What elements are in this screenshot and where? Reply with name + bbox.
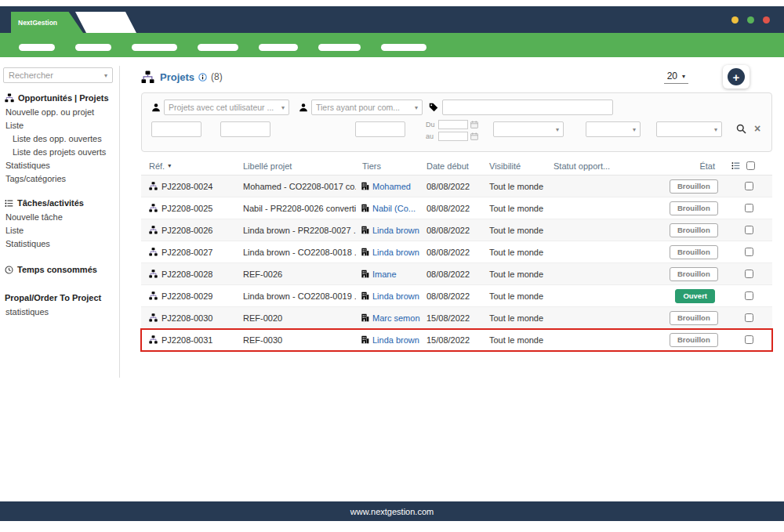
project-icon <box>149 291 158 300</box>
col-actions <box>726 161 772 170</box>
footer-link[interactable]: www.nextgestion.com <box>350 507 434 516</box>
table-row[interactable]: PJ2208-0024 Mohamed - CO2208-0017 co... … <box>141 176 772 197</box>
window-dot-green[interactable] <box>747 16 754 24</box>
thirdparty-link[interactable]: Linda brown <box>372 335 419 345</box>
search-icon[interactable] <box>736 124 746 134</box>
sidebar-item-liste-projets-ouverts[interactable]: Liste des projets ouverts <box>3 145 119 158</box>
ref-filter-input[interactable] <box>151 121 201 137</box>
sidebar-item-nouvelle-tache[interactable]: Nouvelle tâche <box>3 210 119 223</box>
col-libelle-projet[interactable]: Libellé projet <box>237 161 356 171</box>
project-ref-link[interactable]: PJ2208-0029 <box>162 291 212 301</box>
thirdparty-icon <box>361 313 369 322</box>
thirdparty-filter-value: Tiers ayant pour com... <box>316 103 400 112</box>
project-ref-link[interactable]: PJ2208-0028 <box>162 270 212 279</box>
select-all-checkbox[interactable] <box>746 161 755 170</box>
thirdparty-link[interactable]: Imane <box>372 270 397 279</box>
tag-filter-input[interactable] <box>442 100 613 115</box>
date-debut-value: 08/08/2022 <box>420 182 483 191</box>
sidebar-section-temps-consommes[interactable]: Temps consommés <box>3 262 119 277</box>
sidebar-item-tags-categories[interactable]: Tags/catégories <box>3 172 119 185</box>
table-row[interactable]: PJ2208-0026 Linda brown - PR2208-0027 ..… <box>141 219 772 241</box>
row-checkbox[interactable] <box>745 270 753 278</box>
menu-item-placeholder[interactable] <box>259 44 298 51</box>
window-dot-red[interactable] <box>763 16 770 24</box>
row-checkbox[interactable] <box>745 226 753 234</box>
sidebar-section-taches-activites[interactable]: Tâches/activités <box>3 196 119 210</box>
table-row[interactable]: PJ2208-0030 REF-0020 Marc semon 15/08/20… <box>141 307 772 329</box>
row-checkbox[interactable] <box>745 182 753 190</box>
date-from-input[interactable] <box>438 120 468 129</box>
visibility-filter-select[interactable]: ▾ <box>493 121 564 137</box>
col-statut-opport[interactable]: Statut opport... <box>547 161 663 171</box>
thirdparty-link[interactable]: Linda brown <box>372 248 419 257</box>
brand-logo[interactable]: NextGestion <box>11 12 83 33</box>
project-ref-link[interactable]: PJ2208-0030 <box>162 313 212 323</box>
col-etat[interactable]: État <box>663 161 726 171</box>
row-checkbox[interactable] <box>745 313 753 322</box>
menu-item-placeholder[interactable] <box>318 44 361 51</box>
col-date-debut[interactable]: Date début <box>420 161 483 171</box>
menu-item-placeholder[interactable] <box>19 44 55 51</box>
project-icon <box>149 270 158 278</box>
user-filter-select[interactable]: Projets avec cet utilisateur ... ▾ <box>164 100 289 115</box>
clear-filters-icon[interactable]: × <box>754 123 760 134</box>
col-ref[interactable]: Réf. ▾ <box>141 161 237 171</box>
row-checkbox[interactable] <box>745 291 753 300</box>
sidebar: Rechercher ▾ Opportunités | Projets Nouv… <box>0 66 120 378</box>
info-icon[interactable] <box>198 73 207 81</box>
date-debut-value: 15/08/2022 <box>420 313 483 323</box>
sidebar-item-nouvelle-opp-ou-projet[interactable]: Nouvelle opp. ou projet <box>3 105 119 118</box>
project-ref-link[interactable]: PJ2208-0026 <box>162 226 212 235</box>
date-to-input[interactable] <box>438 132 468 141</box>
filters-panel: Projets avec cet utilisateur ... ▾ Tiers… <box>141 92 772 152</box>
menu-item-placeholder[interactable] <box>132 44 177 51</box>
thirdparty-link[interactable]: Linda brown <box>372 226 419 235</box>
thirdparty-filter-select[interactable]: Tiers ayant pour com... ▾ <box>311 100 423 115</box>
thirdparty-link[interactable]: Mohamed <box>372 182 411 191</box>
sidebar-search-select[interactable]: Rechercher ▾ <box>3 67 113 83</box>
sidebar-item-statistiques-projets[interactable]: Statistiques <box>3 158 119 172</box>
statut-opport-filter-select[interactable]: ▾ <box>586 121 641 137</box>
projects-icon <box>5 93 14 103</box>
project-label: REF-0020 <box>237 313 356 323</box>
tiers-filter-input[interactable] <box>355 121 405 137</box>
table-row[interactable]: PJ2208-0025 Nabil - PR2208-0026 converti… <box>141 197 772 219</box>
sidebar-section-opportunites-projets[interactable]: Opportunités | Projets <box>3 91 119 105</box>
sidebar-section-propal-order-to-project[interactable]: Propal/Order To Project <box>3 291 119 305</box>
row-checkbox[interactable] <box>745 204 753 212</box>
row-checkbox[interactable] <box>745 335 753 344</box>
project-ref-link[interactable]: PJ2208-0031 <box>162 335 212 345</box>
col-ref-label: Réf. <box>149 161 165 171</box>
project-ref-link[interactable]: PJ2208-0025 <box>162 204 212 213</box>
table-row[interactable]: PJ2208-0028 REF-0026 Imane 08/08/2022 To… <box>141 263 772 285</box>
chevron-down-icon: ▾ <box>415 104 418 111</box>
sidebar-item-statistiques-taches[interactable]: Statistiques <box>3 237 119 250</box>
etat-filter-select[interactable]: ▾ <box>656 121 722 137</box>
table-row-highlighted[interactable]: PJ2208-0031 REF-0030 Linda brown 15/08/2… <box>141 329 772 351</box>
calendar-icon[interactable] <box>470 132 478 140</box>
thirdparty-link[interactable]: Nabil (Co... <box>372 204 416 213</box>
add-project-button[interactable]: + <box>723 65 750 89</box>
sidebar-item-liste-taches[interactable]: Liste <box>3 223 119 237</box>
sidebar-item-liste-opp-ouvertes[interactable]: Liste des opp. ouvertes <box>3 132 119 145</box>
col-visibilite[interactable]: Visibilité <box>483 161 547 171</box>
project-ref-link[interactable]: PJ2208-0027 <box>162 248 212 257</box>
table-row[interactable]: PJ2208-0027 Linda brown - CO2208-0018 ..… <box>141 241 772 263</box>
sidebar-item-statistiques-propal[interactable]: statistiques <box>3 305 119 318</box>
row-checkbox[interactable] <box>745 248 753 256</box>
menu-item-placeholder[interactable] <box>75 44 111 51</box>
user-icon <box>151 103 161 112</box>
project-ref-link[interactable]: PJ2208-0024 <box>162 182 212 191</box>
column-select-icon[interactable] <box>731 161 740 170</box>
thirdparty-link[interactable]: Linda brown <box>372 291 419 301</box>
label-filter-input[interactable] <box>220 121 270 137</box>
menu-item-placeholder[interactable] <box>381 44 426 51</box>
window-dot-yellow[interactable] <box>731 16 739 24</box>
menu-item-placeholder[interactable] <box>198 44 238 51</box>
table-row[interactable]: PJ2208-0029 Linda brown - CO2208-0019 ..… <box>141 285 772 307</box>
page-size-select[interactable]: 20 ▾ <box>664 70 688 84</box>
thirdparty-link[interactable]: Marc semon <box>372 313 420 323</box>
col-tiers[interactable]: Tiers <box>356 161 420 171</box>
calendar-icon[interactable] <box>470 121 478 128</box>
sidebar-item-liste-projets[interactable]: Liste <box>3 118 119 132</box>
